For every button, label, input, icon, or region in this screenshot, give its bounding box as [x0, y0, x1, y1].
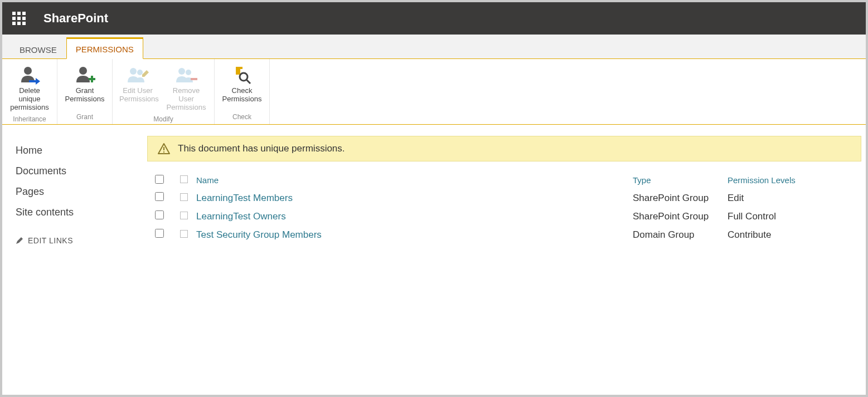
ribbon-btn-label-line1: Grant: [64, 87, 105, 95]
user-plus-icon: [64, 65, 105, 86]
svg-rect-14: [163, 151, 164, 153]
row-checkbox[interactable]: [155, 192, 164, 201]
users-pencil-icon: [119, 65, 156, 86]
ribbon-btn-label-line2: permissions: [9, 104, 50, 112]
row-name-link[interactable]: LearningTest Members: [196, 193, 633, 204]
ribbon-group-label: Modify: [115, 113, 212, 126]
user-arrow-icon: [9, 65, 50, 86]
row-checkbox[interactable]: [155, 210, 164, 219]
warning-icon: [158, 143, 170, 154]
column-header-name[interactable]: Name: [196, 175, 633, 185]
ribbon-btn-label-line1: Remove User: [165, 87, 207, 104]
edit-user-permissions-button[interactable]: Edit User Permissions: [115, 61, 161, 105]
ribbon-group-modify: Edit User Permissions Remove User Permis…: [113, 59, 215, 124]
row-name-link[interactable]: Test Security Group Members: [196, 229, 633, 241]
svg-rect-8: [191, 78, 197, 80]
check-permissions-button[interactable]: Check Permissions: [217, 61, 267, 105]
nav-item-pages[interactable]: Pages: [16, 182, 136, 202]
row-attachment-icon: [172, 193, 196, 204]
ribbon-group-label: Inheritance: [4, 113, 55, 126]
table-row: LearningTest Members SharePoint Group Ed…: [147, 189, 861, 207]
svg-rect-10: [236, 67, 243, 69]
nav-item-site-contents[interactable]: Site contents: [16, 202, 136, 223]
table-row: Test Security Group Members Domain Group…: [147, 226, 861, 244]
tab-browse[interactable]: BROWSE: [10, 39, 66, 59]
svg-point-5: [137, 70, 143, 75]
delete-unique-permissions-button[interactable]: Delete unique permissions: [4, 61, 55, 113]
row-attachment-icon: [172, 229, 196, 241]
tab-permissions[interactable]: PERMISSIONS: [66, 37, 143, 59]
unique-permissions-notice: This document has unique permissions.: [147, 136, 861, 161]
suite-bar: SharePoint: [2, 2, 866, 35]
pencil-icon: [16, 237, 23, 244]
ribbon-btn-label-line2: Permissions: [119, 95, 156, 104]
row-level: Edit: [728, 193, 861, 204]
svg-point-7: [186, 70, 191, 75]
nav-item-documents[interactable]: Documents: [16, 161, 136, 182]
body-area: Home Documents Pages Site contents EDIT …: [2, 125, 866, 245]
ribbon-group-label: Check: [217, 111, 267, 124]
suite-title: SharePoint: [43, 11, 108, 26]
svg-point-11: [240, 73, 248, 81]
nav-item-home[interactable]: Home: [16, 140, 136, 161]
svg-rect-3: [91, 76, 93, 82]
svg-point-0: [24, 67, 32, 75]
ribbon-btn-label-line1: Edit User: [119, 87, 156, 95]
main-content: This document has unique permissions. Na…: [147, 136, 866, 245]
attachment-column-icon[interactable]: [172, 175, 196, 185]
column-header-level[interactable]: Permission Levels: [728, 175, 861, 185]
ribbon-group-label: Grant: [60, 111, 110, 124]
ribbon-btn-label-line1: Check: [221, 87, 263, 95]
row-type: SharePoint Group: [633, 193, 728, 204]
ribbon-group-check: Check Permissions Check: [215, 59, 270, 124]
select-all-checkbox[interactable]: [155, 175, 164, 184]
ribbon-group-grant: Grant Permissions Grant: [57, 59, 113, 124]
permissions-table: Name Type Permission Levels LearningTest…: [147, 171, 861, 244]
table-header: Name Type Permission Levels: [147, 171, 861, 189]
column-header-type[interactable]: Type: [633, 175, 728, 185]
row-name-link[interactable]: LearningTest Owners: [196, 211, 633, 222]
app-launcher-icon[interactable]: [10, 9, 28, 27]
row-level: Full Control: [728, 211, 861, 222]
row-checkbox[interactable]: [155, 229, 164, 238]
users-minus-icon: [165, 65, 207, 86]
row-type: Domain Group: [633, 229, 728, 241]
svg-point-4: [130, 68, 137, 75]
svg-rect-13: [163, 147, 164, 150]
edit-links-label: EDIT LINKS: [28, 236, 73, 245]
row-level: Contribute: [728, 229, 861, 241]
svg-point-1: [79, 67, 87, 75]
svg-line-12: [246, 80, 250, 84]
key-magnifier-icon: [221, 65, 263, 86]
row-attachment-icon: [172, 211, 196, 222]
ribbon-group-inheritance: Delete unique permissions Inheritance: [2, 59, 57, 124]
table-row: LearningTest Owners SharePoint Group Ful…: [147, 207, 861, 226]
row-type: SharePoint Group: [633, 211, 728, 222]
svg-point-6: [178, 68, 185, 75]
notice-text: This document has unique permissions.: [178, 143, 345, 154]
edit-links-button[interactable]: EDIT LINKS: [16, 236, 136, 245]
remove-user-permissions-button[interactable]: Remove User Permissions: [161, 61, 212, 113]
left-navigation: Home Documents Pages Site contents EDIT …: [2, 136, 147, 245]
ribbon-btn-label-line2: Permissions: [64, 95, 105, 104]
ribbon-tabs: BROWSE PERMISSIONS: [2, 35, 866, 59]
ribbon-btn-label-line2: Permissions: [221, 95, 263, 104]
ribbon-btn-label-line2: Permissions: [165, 104, 207, 112]
ribbon-btn-label-line1: Delete unique: [9, 87, 50, 104]
ribbon: Delete unique permissions Inheritance Gr…: [2, 59, 866, 125]
grant-permissions-button[interactable]: Grant Permissions: [60, 61, 110, 105]
